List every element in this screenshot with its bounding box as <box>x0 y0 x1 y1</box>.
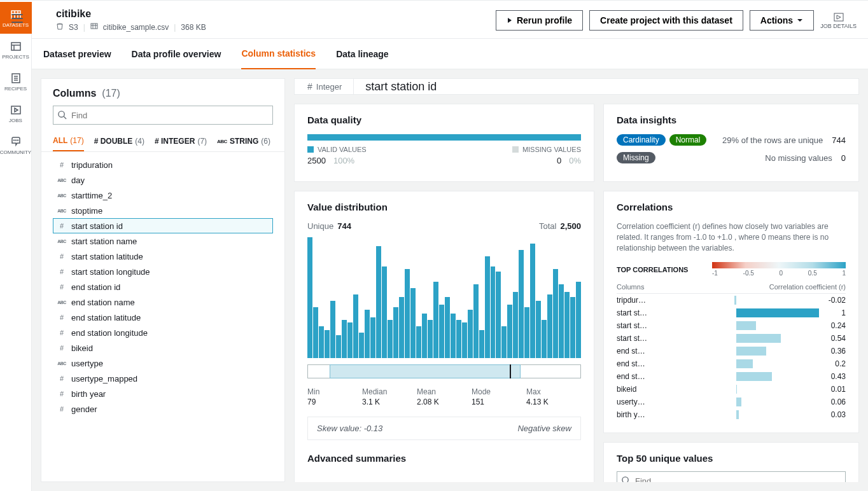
valid-swatch <box>307 146 314 153</box>
histogram-bar <box>501 326 507 358</box>
column-item[interactable]: ABCusertype <box>53 356 273 371</box>
histogram-bar <box>428 320 433 358</box>
columns-title: Columns <box>53 88 96 99</box>
column-item[interactable]: #birth year <box>53 386 273 401</box>
page-header: citibike S3 | citibike_sample.csv | 368 … <box>32 2 868 39</box>
histogram-bar <box>468 310 473 358</box>
nav-community[interactable]: COMMUNITY <box>0 129 32 161</box>
histogram-bar <box>519 250 524 358</box>
create-project-button[interactable]: Create project with this dataset <box>589 10 743 31</box>
dataset-title: citibike <box>56 8 206 20</box>
type-tab-double[interactable]: # DOUBLE (4) <box>94 131 144 151</box>
insight-row: MissingNo missing values0 <box>617 152 846 163</box>
tab-column-statistics[interactable]: Column statistics <box>241 39 316 69</box>
column-item[interactable]: #tripduration <box>53 157 273 172</box>
table-icon <box>90 22 98 32</box>
total-value: 2,500 <box>560 221 581 231</box>
histogram-bar <box>456 320 461 358</box>
search-icon <box>57 110 67 120</box>
column-item[interactable]: ABCend station name <box>53 294 273 310</box>
top50-title: Top 50 unique values <box>617 453 846 464</box>
column-item[interactable]: #end station longitude <box>53 325 273 340</box>
svg-point-20 <box>59 111 64 117</box>
value-distribution-panel: Value distribution Unique744 Total2,500 … <box>294 191 594 482</box>
boxplot[interactable] <box>307 364 581 378</box>
correlation-row: start st…0.24 <box>617 319 846 332</box>
corr-description: Correlation coefficient (r) defines how … <box>617 221 846 253</box>
column-item[interactable]: #bikeid <box>53 340 273 356</box>
menu-icon[interactable] <box>11 14 23 23</box>
column-item[interactable]: ABCstoptime <box>53 203 273 218</box>
data-quality-panel: Data quality VALID VALUES MISSING VALUES… <box>294 104 594 182</box>
svg-rect-11 <box>11 106 20 114</box>
tab-data-lineage[interactable]: Data lineage <box>336 39 388 69</box>
nav-projects[interactable]: PROJECTS <box>0 34 32 66</box>
columns-panel: Columns (17) ALL (17)# DOUBLE (4)# INTEG… <box>41 78 285 482</box>
correlation-row: userty…0.06 <box>617 396 846 408</box>
column-item[interactable]: #gender <box>53 401 273 417</box>
histogram-bar <box>330 301 335 358</box>
histogram-bar <box>496 272 501 358</box>
histogram-bar <box>507 305 512 358</box>
column-item[interactable]: ABCstart station name <box>53 233 273 249</box>
svg-point-14 <box>17 139 18 141</box>
actions-button[interactable]: Actions <box>750 10 814 31</box>
column-item[interactable]: ABCstarttime_2 <box>53 188 273 203</box>
histogram-bar <box>559 284 564 358</box>
correlation-row: tripdur…-0.02 <box>617 294 846 307</box>
histogram-bar <box>405 269 410 358</box>
histogram-bar <box>388 320 393 358</box>
histogram-bar <box>433 282 438 358</box>
unique-value: 744 <box>337 221 351 231</box>
histogram-bar <box>553 269 558 358</box>
type-tab-string[interactable]: ABC STRING (6) <box>217 131 270 151</box>
column-item[interactable]: #start station id <box>53 218 273 233</box>
histogram-bar <box>422 314 427 358</box>
tab-data-profile-overview[interactable]: Data profile overview <box>132 39 221 69</box>
stat-mode: Mode151 <box>472 387 526 406</box>
column-name: start station id <box>365 80 437 93</box>
histogram-bar <box>325 330 330 358</box>
histogram-bar <box>547 294 552 358</box>
insight-row: CardinalityNormal29% of the rows are uni… <box>617 134 846 146</box>
histogram-bar <box>513 292 518 358</box>
histogram-bar <box>365 310 370 358</box>
histogram-bar <box>393 307 398 358</box>
nav-recipes[interactable]: RECIPES <box>0 66 32 97</box>
columns-search-input[interactable] <box>53 106 273 125</box>
histogram-bar <box>462 322 467 358</box>
rerun-profile-button[interactable]: Rerun profile <box>496 10 583 31</box>
histogram-bar <box>491 266 496 358</box>
column-header-panel: #Integer start station id <box>294 78 859 95</box>
column-item[interactable]: #end station id <box>53 279 273 294</box>
column-item[interactable]: #usertype_mapped <box>53 371 273 386</box>
histogram-bar <box>336 335 341 358</box>
nav-jobs[interactable]: JOBS <box>0 97 32 129</box>
job-details-button[interactable]: JOB DETAILS <box>820 11 857 29</box>
histogram-bar <box>451 314 456 358</box>
type-tab-all[interactable]: ALL (17) <box>53 131 84 151</box>
column-item[interactable]: #end station latitude <box>53 310 273 325</box>
column-item[interactable]: ABCday <box>53 172 273 188</box>
file-name: citibike_sample.csv <box>103 23 169 32</box>
svg-rect-4 <box>11 43 20 50</box>
stat-min: Min79 <box>307 387 362 406</box>
column-item[interactable]: #start station latitude <box>53 249 273 264</box>
data-insights-panel: Data insights CardinalityNormal29% of th… <box>603 104 859 182</box>
correlation-row: bikeid0.01 <box>617 383 846 396</box>
histogram-bar <box>439 305 444 358</box>
tab-dataset-preview[interactable]: Dataset preview <box>43 39 111 69</box>
correlation-row: birth y…0.03 <box>617 408 846 421</box>
skew-type: Negative skew <box>517 424 571 433</box>
histogram-bar <box>536 301 541 358</box>
histogram-bar <box>307 237 312 358</box>
column-item[interactable]: #start station longitude <box>53 264 273 279</box>
svg-point-13 <box>15 139 17 141</box>
top50-search-input[interactable] <box>617 471 846 482</box>
type-tab-integer[interactable]: # INTEGER (7) <box>155 131 207 151</box>
histogram-bar <box>353 294 358 358</box>
svg-rect-15 <box>91 24 97 29</box>
histogram-bar <box>479 330 484 358</box>
svg-point-12 <box>13 139 15 141</box>
dq-title: Data quality <box>307 114 581 125</box>
